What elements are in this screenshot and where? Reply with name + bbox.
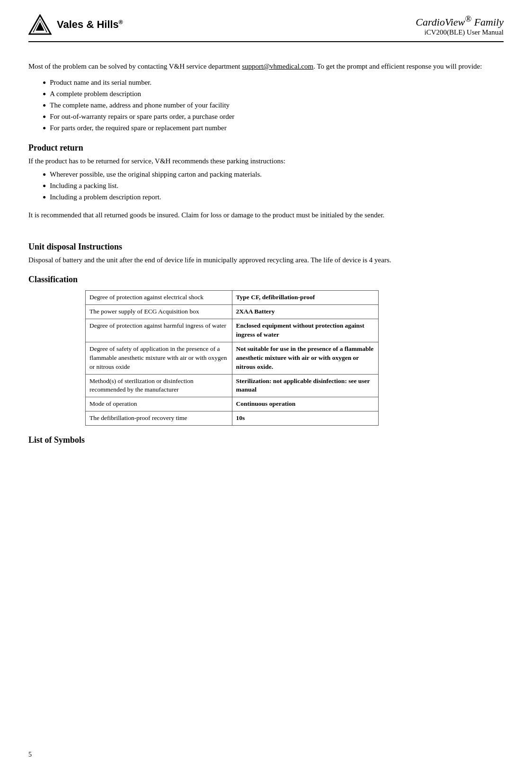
table-cell-value: Not suitable for use in the presence of …: [232, 342, 379, 374]
classification-table: Degree of protection against electrical …: [85, 290, 379, 426]
company-name: Vales & Hills®: [57, 18, 123, 31]
document-subtitle: iCV200(BLE) User Manual: [416, 28, 504, 36]
unit-disposal-heading: Unit disposal Instructions: [28, 242, 504, 252]
page-container: Vales & Hills® CardioView® Family iCV200…: [0, 0, 532, 768]
table-row: Method(s) of sterilization or disinfecti…: [86, 374, 379, 397]
table-cell-label: The defibrillation-proof recovery time: [86, 411, 232, 426]
logo-icon: [28, 14, 52, 35]
product-return-footer: It is recommended that all returned good…: [28, 210, 504, 221]
table-row: The power supply of ECG Acquisition box …: [86, 305, 379, 319]
intro-bullet-list: Product name and its serial number. A co…: [43, 77, 504, 134]
product-return-intro: If the product has to be returned for se…: [28, 156, 504, 167]
table-cell-label: Method(s) of sterilization or disinfecti…: [86, 374, 232, 397]
list-of-symbols-heading: List of Symbols: [28, 435, 504, 445]
table-row: Degree of protection against electrical …: [86, 291, 379, 305]
table-row: Mode of operation Continuous operation: [86, 397, 379, 411]
email-link[interactable]: support@vhmedical.com: [242, 63, 313, 70]
unit-disposal-text: Disposal of battery and the unit after t…: [28, 255, 504, 266]
product-return-bullets: Wherever possible, use the original ship…: [43, 169, 504, 203]
list-item: For parts order, the required spare or r…: [43, 122, 504, 134]
page-header: Vales & Hills® CardioView® Family iCV200…: [28, 14, 504, 42]
page-number: 5: [28, 751, 32, 759]
table-row: Degree of safety of application in the p…: [86, 342, 379, 374]
document-title: CardioView® Family: [416, 14, 504, 28]
product-return-heading: Product return: [28, 143, 504, 153]
table-cell-value: 10s: [232, 411, 379, 426]
table-cell-value: Enclosed equipment without protection ag…: [232, 319, 379, 342]
body-content: Most of the problem can be solved by con…: [28, 56, 504, 453]
intro-paragraph: Most of the problem can be solved by con…: [28, 61, 504, 72]
list-item: Including a problem description report.: [43, 191, 504, 203]
table-cell-value: Continuous operation: [232, 397, 379, 411]
header-title-area: CardioView® Family iCV200(BLE) User Manu…: [416, 14, 504, 36]
logo-area: Vales & Hills®: [28, 14, 123, 35]
list-item: Wherever possible, use the original ship…: [43, 169, 504, 180]
list-item: The complete name, address and phone num…: [43, 99, 504, 111]
table-cell-value: 2XAA Battery: [232, 305, 379, 319]
list-item: Product name and its serial number.: [43, 77, 504, 88]
list-item: A complete problem description: [43, 88, 504, 99]
table-cell-label: Degree of protection against electrical …: [86, 291, 232, 305]
table-cell-label: Degree of protection against harmful ing…: [86, 319, 232, 342]
table-cell-label: Mode of operation: [86, 397, 232, 411]
table-row: The defibrillation-proof recovery time 1…: [86, 411, 379, 426]
list-item: Including a packing list.: [43, 180, 504, 191]
table-cell-label: The power supply of ECG Acquisition box: [86, 305, 232, 319]
table-cell-value: Type CF, defibrillation-proof: [232, 291, 379, 305]
classification-heading: Classification: [28, 275, 504, 285]
list-item: For out-of-warranty repairs or spare par…: [43, 111, 504, 122]
table-row: Degree of protection against harmful ing…: [86, 319, 379, 342]
table-cell-label: Degree of safety of application in the p…: [86, 342, 232, 374]
table-cell-value: Sterilization: not applicable disinfecti…: [232, 374, 379, 397]
